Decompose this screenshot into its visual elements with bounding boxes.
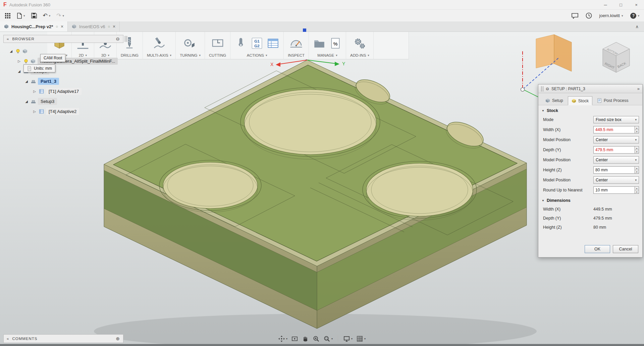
comments-button[interactable] bbox=[572, 13, 578, 19]
round-up-spinner[interactable]: ▴▾ bbox=[635, 186, 639, 194]
tree-item-label[interactable]: Setup3 bbox=[38, 98, 57, 105]
view-cube[interactable]: RIGHT BACK BOTTOM bbox=[603, 42, 630, 72]
collapse-panel-icon[interactable]: « bbox=[7, 337, 9, 341]
ribbon-group-multiaxis[interactable]: MULTI-AXIS▾ bbox=[143, 32, 176, 59]
expand-icon[interactable]: ◢ bbox=[9, 49, 13, 53]
dimension-value: 449.5 mm bbox=[593, 207, 639, 212]
close-tab-icon[interactable]: × bbox=[113, 24, 115, 29]
ok-button[interactable]: OK bbox=[585, 245, 610, 253]
ribbon-group-addins[interactable]: ADD-INS▾ bbox=[346, 32, 374, 59]
tree-row-setups-folder[interactable]: ◢ Setups bbox=[3, 66, 123, 76]
tree-item-label[interactable]: [T1] Adaptive17 bbox=[46, 88, 82, 95]
close-button[interactable]: × bbox=[629, 0, 644, 9]
expand-icon[interactable]: ◢ bbox=[24, 79, 29, 83]
ribbon-group-cutting[interactable]: CUTTING bbox=[205, 32, 230, 59]
dimensions-section-header[interactable]: ▼ Dimensions bbox=[538, 195, 642, 205]
minimize-dialog-icon[interactable]: ⊖ bbox=[546, 86, 549, 91]
spin-down-icon[interactable]: ▾ bbox=[635, 150, 639, 154]
ribbon-group-inspect[interactable]: INSPECT bbox=[284, 32, 309, 59]
add-comment-icon[interactable]: ⊕ bbox=[116, 336, 120, 341]
visibility-bulb-icon[interactable] bbox=[23, 59, 29, 64]
tab-stock[interactable]: Stock bbox=[568, 96, 592, 105]
fit-button[interactable]: ▾ bbox=[323, 334, 333, 343]
cancel-button[interactable]: Cancel bbox=[613, 245, 638, 253]
tree-item-label[interactable]: [T4] Adaptive2 bbox=[46, 108, 79, 115]
simulate-icon[interactable] bbox=[234, 37, 247, 50]
user-account-button[interactable]: joern.kiwitt ▾ bbox=[599, 13, 623, 18]
visibility-bulb-icon[interactable] bbox=[15, 49, 20, 54]
origin-handle[interactable] bbox=[521, 88, 525, 92]
job-status-button[interactable] bbox=[586, 12, 592, 19]
expand-icon[interactable]: ◢ bbox=[17, 69, 21, 73]
tab-post-process[interactable]: Post Process bbox=[593, 96, 632, 105]
spin-down-icon[interactable]: ▾ bbox=[635, 190, 639, 194]
help-button[interactable]: ? ▾ bbox=[630, 13, 639, 19]
height-input[interactable] bbox=[593, 166, 635, 174]
tab-setup[interactable]: Setup bbox=[542, 96, 567, 105]
setup-sheet-icon[interactable] bbox=[267, 37, 279, 50]
save-button[interactable] bbox=[31, 13, 37, 18]
mode-select[interactable]: Fixed size box▾ bbox=[593, 116, 639, 123]
tool-library-icon[interactable] bbox=[313, 37, 326, 50]
feeds-speeds-icon[interactable]: % bbox=[329, 37, 342, 50]
collapse-panel-icon[interactable]: « bbox=[7, 37, 9, 41]
spin-down-icon[interactable]: ▾ bbox=[635, 170, 639, 174]
inspect-gauge-icon[interactable] bbox=[289, 36, 303, 50]
depth-spinner[interactable]: ▴▾ bbox=[635, 146, 639, 154]
minimize-panel-icon[interactable]: ⊖ bbox=[116, 36, 120, 42]
width-spinner[interactable]: ▴▾ bbox=[635, 126, 639, 133]
minimize-button[interactable]: ─ bbox=[598, 0, 613, 9]
redo-button[interactable]: ↷ ▾ bbox=[56, 13, 64, 18]
stock-section-header[interactable]: ▼ Stock bbox=[538, 105, 642, 115]
spin-up-icon[interactable]: ▴ bbox=[635, 147, 639, 150]
width-input[interactable] bbox=[593, 126, 635, 133]
display-settings-button[interactable]: ▾ bbox=[342, 334, 353, 343]
dialog-header[interactable]: ⊖ SETUP : PART1_3 » bbox=[538, 84, 642, 93]
file-menu-button[interactable]: ▾ bbox=[17, 13, 25, 19]
orbit-button[interactable]: ▾ bbox=[277, 334, 288, 343]
cutting-icon[interactable] bbox=[211, 36, 225, 50]
ribbon-group-actions[interactable]: G1G2 ACTIONS▾ bbox=[230, 32, 284, 59]
close-tab-icon[interactable]: × bbox=[61, 24, 63, 29]
tree-item-label-selected[interactable]: Part1_3 bbox=[38, 78, 59, 85]
tree-row-setup-selected[interactable]: ◢ Part1_3 bbox=[3, 76, 123, 86]
expand-icon[interactable]: ◢ bbox=[24, 100, 29, 103]
spin-up-icon[interactable]: ▴ bbox=[635, 187, 639, 190]
collapse-tabbar-icon[interactable]: ∧ bbox=[630, 21, 644, 32]
spin-up-icon[interactable]: ▴ bbox=[635, 126, 639, 130]
spin-up-icon[interactable]: ▴ bbox=[635, 167, 639, 170]
expand-icon[interactable]: ▷ bbox=[32, 110, 37, 113]
ribbon-group-manage[interactable]: % MANAGE▾ bbox=[309, 32, 346, 59]
tree-row-setup3[interactable]: ◢ Setup3 bbox=[3, 96, 123, 106]
spin-down-icon[interactable]: ▾ bbox=[635, 130, 639, 133]
panel-grip[interactable] bbox=[125, 36, 127, 42]
expand-icon[interactable]: ▷ bbox=[32, 90, 37, 93]
expand-dialog-icon[interactable]: » bbox=[637, 86, 640, 91]
ribbon-group-turning[interactable]: TURNING▾ bbox=[176, 32, 205, 59]
document-tab[interactable]: InsertEOS v6 ○ × bbox=[68, 21, 120, 32]
multi-axis-icon[interactable] bbox=[152, 36, 166, 50]
dialog-grip[interactable] bbox=[541, 86, 543, 92]
model-position-select[interactable]: Center▾ bbox=[593, 136, 639, 143]
tree-row-toolpath[interactable]: ▷ [T1] Adaptive17 bbox=[3, 86, 123, 96]
look-at-button[interactable] bbox=[290, 334, 299, 343]
browser-header[interactable]: « BROWSER ⊖ bbox=[3, 35, 123, 43]
maximize-button[interactable]: □ bbox=[613, 0, 629, 9]
app-grid-button[interactable] bbox=[5, 13, 11, 19]
undo-button[interactable]: ↶ ▾ bbox=[43, 13, 51, 18]
model-position-select[interactable]: Center▾ bbox=[593, 176, 639, 184]
round-up-input[interactable] bbox=[593, 186, 635, 194]
zoom-button[interactable] bbox=[312, 334, 320, 343]
comments-panel[interactable]: « COMMENTS ⊕ bbox=[3, 334, 123, 343]
document-tab-active[interactable]: HousingC...Prep v2* ○ × bbox=[0, 21, 68, 32]
height-spinner[interactable]: ▴▾ bbox=[635, 166, 639, 174]
expand-icon[interactable]: ▷ bbox=[17, 59, 21, 63]
post-process-icon[interactable]: G1G2 bbox=[251, 37, 263, 50]
depth-input[interactable] bbox=[593, 146, 635, 154]
turning-icon[interactable] bbox=[183, 36, 197, 50]
gears-icon[interactable] bbox=[353, 36, 367, 50]
model-position-select[interactable]: Center▾ bbox=[593, 156, 639, 164]
pan-button[interactable] bbox=[301, 334, 310, 343]
tree-row-toolpath[interactable]: ▷ [T4] Adaptive2 bbox=[3, 106, 123, 116]
grid-settings-button[interactable]: ▾ bbox=[356, 334, 366, 343]
